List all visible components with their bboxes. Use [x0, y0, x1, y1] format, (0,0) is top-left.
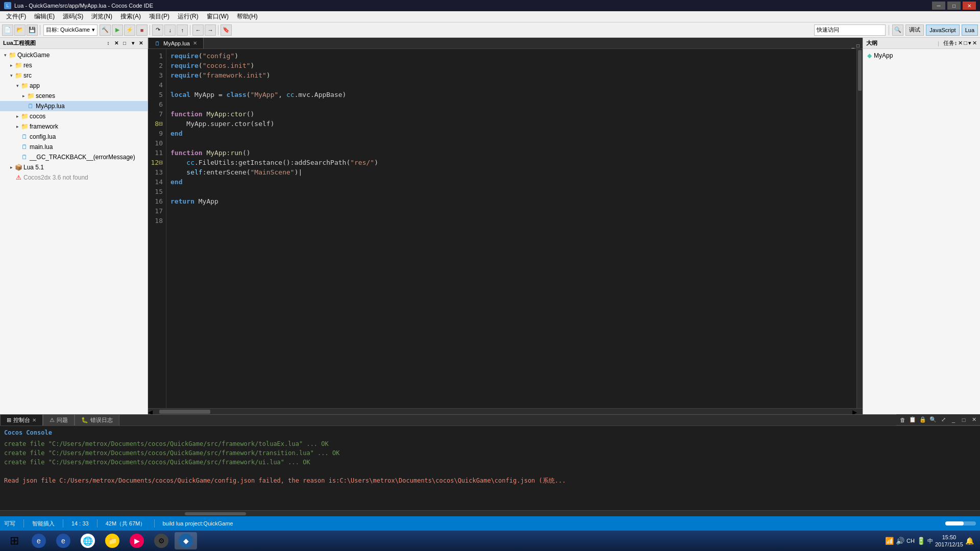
console-tab-console[interactable]: ⊞ 控制台 ✕ [0, 414, 43, 425]
taskbar-notification-icon[interactable]: 🔔 [965, 537, 974, 545]
tab-close-button[interactable]: ✕ [193, 40, 197, 46]
tree-icon-2[interactable]: ✕ [113, 40, 120, 47]
code-area[interactable]: require("config") require("cocos.init") … [166, 49, 856, 408]
console-copy-button[interactable]: 📋 [909, 416, 917, 424]
tree-item-main-lua[interactable]: 🗒 main.lua [0, 142, 148, 152]
console-tab-icon: ⊞ [7, 417, 11, 423]
target-selector[interactable]: 目标: QuickGame ▾ [43, 24, 97, 36]
line-num-10: 10 [148, 138, 163, 148]
console-scroll-lock-button[interactable]: 🔒 [919, 416, 927, 424]
maximize-button[interactable]: □ [947, 2, 961, 10]
taskbar-media-button[interactable]: ▶ [126, 532, 148, 549]
taskbar-app2-button[interactable]: ◆ [175, 532, 197, 549]
javascript-mode-button[interactable]: JavaScript [926, 24, 959, 36]
console-tab-errors[interactable]: 🐛 错误日志 [75, 414, 119, 425]
tree-item-lua51[interactable]: ▸ 📦 Lua 5.1 [0, 162, 148, 172]
build-button[interactable]: 🔨 [100, 24, 111, 36]
taskbar-chrome-button[interactable]: 🌐 [77, 532, 99, 549]
editor-tab-myapp[interactable]: 🗒 MyApp.lua ✕ [148, 38, 204, 48]
bookmark-button[interactable]: 🔖 [220, 24, 232, 36]
step-out-button[interactable]: ↑ [177, 24, 188, 36]
explorer-icon: 📁 [105, 534, 119, 548]
menu-project[interactable]: 项目(P) [145, 11, 174, 22]
tree-item-config-lua[interactable]: 🗒 config.lua [0, 132, 148, 142]
editor-maximize-icon[interactable]: □ [856, 43, 860, 48]
open-file-button[interactable]: 📂 [14, 24, 26, 36]
console-tab-problems[interactable]: ⚠ 问题 [43, 414, 75, 425]
forward-button[interactable]: → [205, 24, 216, 36]
console-scrollbar-horizontal[interactable] [0, 510, 980, 516]
save-button[interactable]: 💾 [27, 24, 38, 36]
stop-button[interactable]: ■ [136, 24, 148, 36]
console-close-icon[interactable]: ✕ [970, 416, 978, 424]
menu-search[interactable]: 搜索(A) [116, 11, 145, 22]
quick-access-input[interactable]: 快速访问 [814, 24, 886, 36]
tree-item-myapp-lua[interactable]: 🗒 MyApp.lua [0, 101, 148, 111]
new-file-button[interactable]: 📄 [2, 24, 13, 36]
menu-window[interactable]: 窗口(W) [203, 11, 233, 22]
tree-icon-3[interactable]: □ [121, 40, 128, 47]
task-panel-label[interactable]: 任务 [943, 39, 954, 47]
editor-scrollbar-vertical[interactable] [856, 49, 863, 408]
menu-edit[interactable]: 编辑(E) [30, 11, 59, 22]
close-button[interactable]: ✕ [963, 2, 976, 10]
tree-item-app[interactable]: ▾ 📁 app [0, 81, 148, 91]
menu-run[interactable]: 运行(R) [174, 11, 203, 22]
outline-icon-1[interactable]: ↕ [954, 40, 958, 46]
tree-item-cocos[interactable]: ▸ 📁 cocos [0, 111, 148, 121]
tree-item-src[interactable]: ▾ 📁 src [0, 70, 148, 81]
taskbar-ie2-button[interactable]: e [52, 532, 75, 549]
tree-item-res[interactable]: ▸ 📁 res [0, 60, 148, 70]
minimize-button[interactable]: ─ [932, 2, 945, 10]
inspect-button[interactable]: 🔍 [892, 24, 903, 36]
taskbar-icon-battery[interactable]: 🔋 [917, 537, 925, 545]
tree-item-quickgame[interactable]: ▾ 📁 QuickGame [0, 50, 148, 60]
app1-icon: ⚙ [154, 534, 168, 548]
editor-scrollbar-horizontal[interactable]: ◀ ▶ [148, 408, 863, 414]
target-dropdown-icon[interactable]: ▾ [92, 27, 95, 33]
taskbar-icon-lang[interactable]: 中 [927, 537, 933, 545]
tree-icon-1[interactable]: ↕ [105, 40, 112, 47]
editor-minimize-icon[interactable]: _ [851, 43, 854, 48]
menu-file[interactable]: 文件(F) [2, 11, 30, 22]
tree-item-cocos2dx-error[interactable]: ⚠ Cocos2dx 3.6 not found [0, 172, 148, 183]
step-into-button[interactable]: ↓ [164, 24, 176, 36]
console-maximize-icon[interactable]: □ [960, 416, 968, 424]
console-minimize-icon[interactable]: _ [949, 416, 958, 424]
outline-icon-2[interactable]: ✕ [958, 40, 963, 46]
taskbar-icon-keyboard[interactable]: CH [906, 538, 915, 544]
menu-browse[interactable]: 浏览(N) [87, 11, 116, 22]
tree-item-scenes[interactable]: ▸ 📁 scenes [0, 91, 148, 101]
tree-item-gc-trackback[interactable]: 🗒 __GC_TRACKBACK__(errorMessage) [0, 152, 148, 162]
taskbar-ie-button[interactable]: e [28, 532, 50, 549]
debug-run-button[interactable]: ⚡ [124, 24, 135, 36]
taskbar-icon-network[interactable]: 📶 [885, 537, 894, 545]
status-progress-bar-container [945, 521, 976, 525]
outline-icon-3[interactable]: □ [964, 40, 967, 46]
taskbar-app1-button[interactable]: ⚙ [150, 532, 173, 549]
taskbar-explorer-button[interactable]: 📁 [101, 532, 124, 549]
console-clear-button[interactable]: 🗑 [898, 416, 906, 424]
tree-icon-5[interactable]: ✕ [137, 40, 144, 47]
run-button[interactable]: ▶ [112, 24, 123, 36]
menu-help[interactable]: 帮助(H) [233, 11, 262, 22]
tree-item-framework[interactable]: ▸ 📁 framework [0, 121, 148, 132]
taskbar-icon-volume[interactable]: 🔊 [896, 537, 904, 545]
lua-mode-button[interactable]: Lua [962, 24, 978, 36]
status-cursor: 14 : 33 [71, 520, 89, 527]
outline-icon-4[interactable]: ▾ [968, 40, 971, 46]
tree-icon-4[interactable]: ▾ [129, 40, 136, 47]
console-filter-button[interactable]: 🔍 [929, 416, 937, 424]
outline-icon-5[interactable]: ✕ [972, 40, 977, 46]
taskbar-clock[interactable]: 15:50 2017/12/15 [935, 534, 963, 548]
outline-item-myapp[interactable]: ◆ MyApp [865, 51, 978, 60]
scroll-right-arrow[interactable]: ▶ [852, 409, 863, 414]
back-button[interactable]: ← [192, 24, 204, 36]
step-over-button[interactable]: ↷ [152, 24, 163, 36]
debug-button[interactable]: 调试 [905, 24, 924, 36]
console-expand-button[interactable]: ⤢ [939, 416, 947, 424]
start-button[interactable]: ⊞ [2, 532, 27, 550]
scroll-left-arrow[interactable]: ◀ [148, 409, 158, 414]
menu-source[interactable]: 源码(S) [59, 11, 87, 22]
tree-arrow-app: ▾ [14, 83, 20, 89]
